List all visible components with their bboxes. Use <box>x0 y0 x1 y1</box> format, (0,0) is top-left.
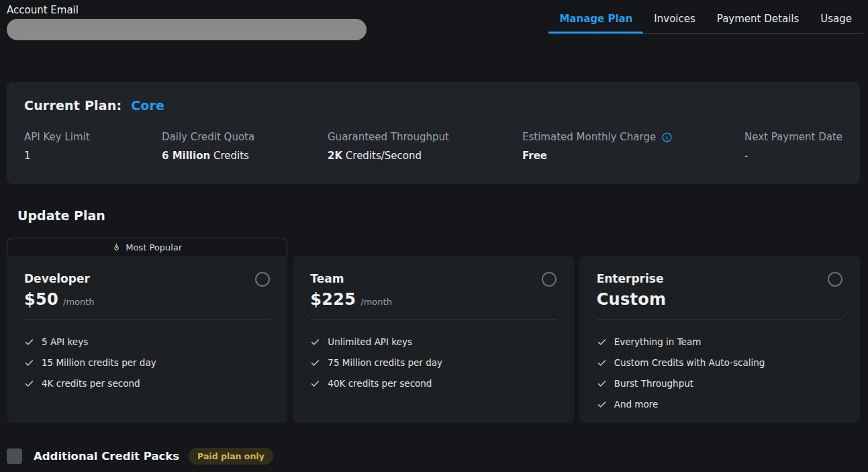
plan-radio[interactable] <box>255 272 270 287</box>
divider <box>24 320 270 320</box>
stat-column: Estimated Monthly Charge Free <box>522 131 744 162</box>
current-plan-stats: API Key Limit 1 Daily Credit Quota 6 Mil… <box>24 131 842 162</box>
stat-label: Next Payment Date <box>744 131 842 143</box>
check-icon <box>597 379 607 389</box>
tab-manage-plan[interactable]: Manage Plan <box>548 13 643 33</box>
stat-column: Guaranteed Throughput 2K Credits/Second <box>328 131 522 162</box>
plan-options: Most Popular Developer $50 /month 5 API … <box>7 238 860 423</box>
tab-label: Payment Details <box>717 13 799 25</box>
check-icon <box>597 399 607 410</box>
plan-feature: Custom Credits with Auto-scaling <box>597 357 842 368</box>
plan-feature-list: Unlimited API keys 75 Million credits pe… <box>310 336 556 389</box>
plan-name: Team <box>310 272 392 285</box>
plan-feature: 40K credits per second <box>310 378 556 389</box>
plan-feature: 4K credits per second <box>24 378 270 389</box>
plan-feature: Everything in Team <box>597 336 842 347</box>
paid-plan-only-badge: Paid plan only <box>189 448 273 465</box>
account-email-input[interactable] <box>7 19 367 40</box>
stat-column: Daily Credit Quota 6 Million Credits <box>162 131 328 162</box>
divider <box>310 320 556 320</box>
info-icon[interactable] <box>661 132 673 143</box>
plan-radio[interactable] <box>542 272 557 287</box>
stat-label: Guaranteed Throughput <box>328 131 449 143</box>
plan-feature: And more <box>597 399 842 410</box>
plan-feature: 5 API keys <box>24 336 270 347</box>
plan-name: Developer <box>24 272 95 285</box>
plan-feature: 75 Million credits per day <box>310 357 556 368</box>
tab-label: Manage Plan <box>559 13 632 25</box>
stat-value: 1 <box>24 150 162 162</box>
check-icon <box>24 337 34 347</box>
stat-value: Free <box>522 150 744 162</box>
stat-value: - <box>744 150 842 162</box>
plan-radio[interactable] <box>828 272 842 287</box>
tab-usage[interactable]: Usage <box>810 13 863 33</box>
credit-packs-label: Additional Credit Packs <box>34 450 179 463</box>
divider <box>597 320 842 320</box>
check-icon <box>310 379 320 389</box>
check-icon <box>310 358 320 368</box>
tab-bar: Manage PlanInvoicesPayment DetailsUsage <box>548 13 863 34</box>
credit-packs-checkbox[interactable] <box>7 449 22 464</box>
most-popular-label: Most Popular <box>126 242 182 252</box>
plan-price: $50 <box>24 290 58 309</box>
check-icon <box>310 337 320 347</box>
plan-feature: Unlimited API keys <box>310 336 556 347</box>
current-plan-card: Current Plan: Core API Key Limit 1 Daily… <box>7 82 860 184</box>
stat-column: API Key Limit 1 <box>24 131 162 162</box>
flame-icon <box>112 243 121 252</box>
plan-period: /month <box>63 297 95 307</box>
tab-label: Usage <box>820 13 852 25</box>
page-header: Account Email Manage PlanInvoicesPayment… <box>0 0 868 40</box>
plan-feature-list: 5 API keys 15 Million credits per day 4K… <box>24 336 270 389</box>
account-email-label: Account Email <box>7 4 79 16</box>
plan-card-enterprise[interactable]: Enterprise Custom Everything in Team Cus… <box>579 256 860 423</box>
current-plan-title-prefix: Current Plan: <box>24 98 122 113</box>
stat-value: 2K Credits/Second <box>328 150 522 162</box>
current-plan-name: Core <box>131 98 164 113</box>
plan-feature: Burst Throughput <box>597 378 842 389</box>
check-icon <box>597 337 607 347</box>
current-plan-title: Current Plan: Core <box>24 98 842 113</box>
plan-card-developer[interactable]: Most Popular Developer $50 /month 5 API … <box>7 238 287 423</box>
stat-label: API Key Limit <box>24 131 90 143</box>
stat-column: Next Payment Date - <box>744 131 842 162</box>
most-popular-banner: Most Popular <box>7 238 287 256</box>
plan-feature-list: Everything in Team Custom Credits with A… <box>597 336 842 410</box>
check-icon <box>597 358 607 368</box>
check-icon <box>24 379 34 389</box>
update-plan-heading: Update Plan <box>17 208 868 223</box>
tab-invoices[interactable]: Invoices <box>643 13 706 33</box>
stat-label: Estimated Monthly Charge <box>522 131 656 143</box>
credit-packs-row: Additional Credit Packs Paid plan only <box>7 448 868 465</box>
plan-card-team[interactable]: Team $225 /month Unlimited API keys 75 M… <box>293 256 573 423</box>
plan-feature: 15 Million credits per day <box>24 357 270 368</box>
plan-price: Custom <box>597 290 667 309</box>
plan-price: $225 <box>310 290 356 309</box>
tab-payment-details[interactable]: Payment Details <box>706 13 810 33</box>
check-icon <box>24 358 34 368</box>
plan-name: Enterprise <box>597 272 671 285</box>
plan-period: /month <box>360 297 392 307</box>
stat-value: 6 Million Credits <box>162 150 328 162</box>
stat-label: Daily Credit Quota <box>162 131 254 143</box>
tab-label: Invoices <box>654 13 695 25</box>
